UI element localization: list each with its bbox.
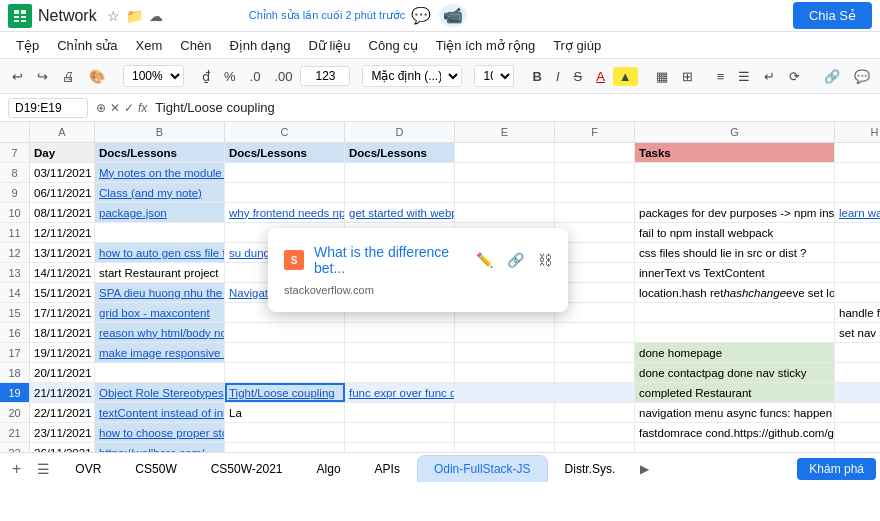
cell-a22[interactable]: 26/11/2021 xyxy=(30,443,95,452)
explore-button[interactable]: Khám phá xyxy=(797,458,876,480)
row-num-18[interactable]: 18 xyxy=(0,363,30,382)
menu-tools[interactable]: Công cụ xyxy=(361,36,426,55)
cell-g14[interactable]: location.hash ret hashchange eve set loc… xyxy=(635,283,835,302)
cell-h19[interactable] xyxy=(835,383,880,402)
tab-apis[interactable]: APIs xyxy=(358,455,417,482)
cell-f17[interactable] xyxy=(555,343,635,362)
redo-button[interactable]: ↪ xyxy=(31,65,54,88)
cell-h12[interactable] xyxy=(835,243,880,262)
star-icon[interactable]: ☆ xyxy=(107,8,120,24)
cell-b7[interactable]: Docs/Lessons xyxy=(95,143,225,162)
cell-b22[interactable]: https://wallhere.com/ xyxy=(95,443,225,452)
tab-cs50w[interactable]: CS50W xyxy=(118,455,193,482)
fontsize-select[interactable]: 10 xyxy=(474,65,514,87)
cell-d21[interactable] xyxy=(345,423,455,442)
cell-a11[interactable]: 12/11/2021 xyxy=(30,223,95,242)
cell-h8[interactable] xyxy=(835,163,880,182)
tab-odin-fullstack-js[interactable]: Odin-FullStack-JS xyxy=(417,455,548,482)
row-num-10[interactable]: 10 xyxy=(0,203,30,222)
tab-ovr[interactable]: OVR xyxy=(58,455,118,482)
cell-c18[interactable] xyxy=(225,363,345,382)
chat-icon[interactable]: 💬 xyxy=(411,6,431,25)
cell-e18[interactable] xyxy=(455,363,555,382)
cell-e19[interactable] xyxy=(455,383,555,402)
cell-c21[interactable] xyxy=(225,423,345,442)
menu-help[interactable]: Trợ giúp xyxy=(545,36,609,55)
halign-button[interactable]: ≡ xyxy=(711,65,731,88)
merge-button[interactable]: ⊞ xyxy=(676,65,699,88)
cell-g16[interactable] xyxy=(635,323,835,342)
col-header-b[interactable]: B xyxy=(95,122,225,142)
cell-g15[interactable] xyxy=(635,303,835,322)
cell-e8[interactable] xyxy=(455,163,555,182)
row-num-7[interactable]: 7 xyxy=(0,143,30,162)
undo-button[interactable]: ↩ xyxy=(6,65,29,88)
cell-a10[interactable]: 08/11/2021 xyxy=(30,203,95,222)
cell-a16[interactable]: 18/11/2021 xyxy=(30,323,95,342)
cell-h20[interactable] xyxy=(835,403,880,422)
valign-button[interactable]: ☰ xyxy=(732,65,756,88)
cell-e16[interactable] xyxy=(455,323,555,342)
tab-algo[interactable]: Algo xyxy=(300,455,358,482)
col-header-d[interactable]: D xyxy=(345,122,455,142)
cell-g20[interactable]: navigation menu async funcs: happen in b… xyxy=(635,403,835,422)
percent-button[interactable]: % xyxy=(218,65,242,88)
cell-e21[interactable] xyxy=(455,423,555,442)
cell-d20[interactable] xyxy=(345,403,455,422)
cell-d19[interactable]: func expr over func declr because xyxy=(345,383,455,402)
cell-b13[interactable]: start Restaurant project xyxy=(95,263,225,282)
highlight-button[interactable]: ▲ xyxy=(613,67,638,86)
row-num-8[interactable]: 8 xyxy=(0,163,30,182)
cell-c17[interactable] xyxy=(225,343,345,362)
cell-b9[interactable]: Class (and my note) xyxy=(95,183,225,202)
decimal-input[interactable] xyxy=(300,66,350,86)
cell-a8[interactable]: 03/11/2021 xyxy=(30,163,95,182)
cell-b17[interactable]: make image responsive (1) xyxy=(95,343,225,362)
menu-data[interactable]: Dữ liệu xyxy=(301,36,359,55)
cell-g12[interactable]: css files should lie in src or dist ? xyxy=(635,243,835,262)
link-popup-title[interactable]: What is the difference bet... xyxy=(314,244,462,276)
tab-distr-sys[interactable]: Distr.Sys. xyxy=(548,455,633,482)
cell-e22[interactable] xyxy=(455,443,555,452)
cell-d17[interactable] xyxy=(345,343,455,362)
cell-b12[interactable]: how to auto gen css file for output xyxy=(95,243,225,262)
cell-b19[interactable]: Object Role Stereotypes xyxy=(95,383,225,402)
cell-f9[interactable] xyxy=(555,183,635,202)
row-num-21[interactable]: 21 xyxy=(0,423,30,442)
cell-b11[interactable] xyxy=(95,223,225,242)
cell-c8[interactable] xyxy=(225,163,345,182)
cell-c20[interactable]: La xyxy=(225,403,345,422)
cell-a17[interactable]: 19/11/2021 xyxy=(30,343,95,362)
row-num-14[interactable]: 14 xyxy=(0,283,30,302)
menu-extensions[interactable]: Tiện ích mở rộng xyxy=(428,36,543,55)
cell-f22[interactable] xyxy=(555,443,635,452)
col-header-h[interactable]: H xyxy=(835,122,880,142)
cell-f10[interactable] xyxy=(555,203,635,222)
strikethrough-button[interactable]: S xyxy=(568,65,589,88)
cell-h21[interactable] xyxy=(835,423,880,442)
row-num-11[interactable]: 11 xyxy=(0,223,30,242)
cell-a21[interactable]: 23/11/2021 xyxy=(30,423,95,442)
cell-f18[interactable] xyxy=(555,363,635,382)
cell-f19[interactable] xyxy=(555,383,635,402)
cell-a18[interactable]: 20/11/2021 xyxy=(30,363,95,382)
row-num-9[interactable]: 9 xyxy=(0,183,30,202)
cell-a7[interactable]: Day xyxy=(30,143,95,162)
cell-h10[interactable]: learn watch mode xyxy=(835,203,880,222)
cell-a9[interactable]: 06/11/2021 xyxy=(30,183,95,202)
cell-a19[interactable]: 21/11/2021 xyxy=(30,383,95,402)
currency-button[interactable]: ₫ xyxy=(196,65,216,88)
row-num-16[interactable]: 16 xyxy=(0,323,30,342)
cell-h9[interactable] xyxy=(835,183,880,202)
row-num-20[interactable]: 20 xyxy=(0,403,30,422)
cell-h18[interactable] xyxy=(835,363,880,382)
cell-b16[interactable]: reason why html/body not fit scree xyxy=(95,323,225,342)
cell-h11[interactable] xyxy=(835,223,880,242)
cell-g8[interactable] xyxy=(635,163,835,182)
bold-button[interactable]: B xyxy=(526,65,547,88)
cell-c19[interactable]: Tight/Loose coupling xyxy=(225,383,345,402)
col-header-f[interactable]: F xyxy=(555,122,635,142)
open-link-icon[interactable]: 🔗 xyxy=(507,252,524,268)
github-link[interactable]: https://github.com/golfify/You-Dont-Know… xyxy=(734,427,835,439)
add-sheet-button[interactable]: + xyxy=(4,456,29,482)
